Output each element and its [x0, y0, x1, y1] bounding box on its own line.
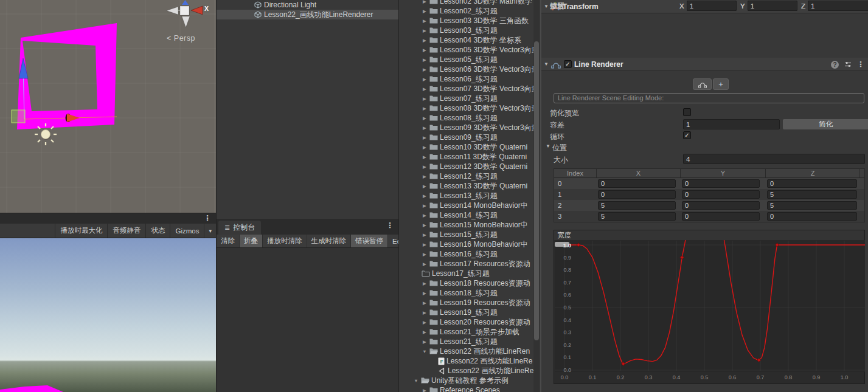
project-tree-item[interactable]: ▶ Lesson20 Resources资源动: [399, 317, 536, 327]
expand-arrow-icon[interactable]: ▶: [422, 135, 428, 140]
hierarchy-item[interactable]: Directional Light: [217, 0, 398, 10]
collapse-arrow-icon[interactable]: ▼: [413, 378, 419, 383]
project-tree-item[interactable]: ▶ Lesson07 3D数学 Vector3向量: [399, 84, 536, 94]
project-tree-item[interactable]: ▶ Lesson16 MonoBehavior中: [399, 239, 536, 249]
expand-arrow-icon[interactable]: ▶: [422, 67, 428, 72]
position-row[interactable]: 0: [554, 178, 864, 189]
project-tree-item[interactable]: ▶ Lesson12_练习题: [399, 171, 536, 181]
edit-points-button[interactable]: [693, 78, 712, 90]
project-tree-item[interactable]: ▶ Reference Scenes: [399, 385, 536, 392]
project-tree-item[interactable]: ▶ Lesson13_练习题: [399, 191, 536, 201]
project-scrollbar[interactable]: [533, 0, 540, 392]
project-tree-item[interactable]: ▶ Lesson14_练习题: [399, 210, 536, 220]
maximize-on-play-button[interactable]: 播放时最大化: [55, 224, 107, 238]
position-row[interactable]: 3: [554, 211, 864, 222]
stats-button[interactable]: 状态: [145, 224, 170, 238]
project-tree-item[interactable]: ▶ Lesson08 3D数学 Vector3向量: [399, 103, 536, 113]
console-toolbar-button[interactable]: 生成时清除: [307, 235, 352, 247]
project-tree-item[interactable]: Lesson17_练习题: [399, 269, 536, 278]
hierarchy-item[interactable]: Lesson22_画线功能LineRenderer: [217, 10, 398, 19]
expand-arrow-icon[interactable]: ▶: [422, 57, 428, 63]
project-tree-item[interactable]: ▶ Lesson14 MonoBehavior中: [399, 201, 536, 210]
position-z-input[interactable]: [767, 190, 857, 199]
vector-z-input[interactable]: [808, 1, 868, 11]
project-tree-item[interactable]: ▶ Lesson15_练习题: [399, 230, 536, 239]
expand-arrow-icon[interactable]: ▶: [422, 213, 428, 218]
foldout-arrow-icon[interactable]: ▼: [543, 143, 553, 149]
width-curve-widget[interactable]: 宽度 1.00.90.80.70.60.50.40.30.20.10.0 0.0…: [554, 230, 865, 384]
expand-arrow-icon[interactable]: ▶: [422, 0, 428, 4]
gizmos-button[interactable]: Gizmos: [170, 224, 204, 238]
expand-arrow-icon[interactable]: ▶: [422, 291, 428, 296]
position-x-input[interactable]: [598, 190, 676, 199]
project-tree-item[interactable]: ▶ Lesson03 3D数学 三角函数: [399, 16, 536, 26]
expand-arrow-icon[interactable]: ▶: [422, 174, 428, 179]
project-tree-item[interactable]: ▶ Lesson21_练习题: [399, 337, 536, 346]
position-y-input[interactable]: [682, 201, 760, 210]
position-row[interactable]: 2: [554, 200, 864, 211]
tolerance-input[interactable]: [683, 119, 780, 129]
expand-arrow-icon[interactable]: ▶: [422, 281, 428, 286]
project-tree-item[interactable]: ▶ Lesson19_练习题: [399, 308, 536, 317]
project-tree-item[interactable]: ▶ Lesson09_练习题: [399, 132, 536, 142]
project-tree-item[interactable]: Lesson22 画线功能LineRe: [399, 366, 536, 376]
project-tree-item[interactable]: ▶ Lesson19 Resources资源动: [399, 298, 536, 308]
loop-checkbox[interactable]: ✓: [683, 131, 691, 139]
expand-arrow-icon[interactable]: ▶: [422, 38, 428, 43]
project-tree-item[interactable]: ▶ Lesson05 3D数学 Vector3向量: [399, 45, 536, 55]
expand-arrow-icon[interactable]: ▶: [422, 106, 428, 111]
console-toolbar-button[interactable]: 错误暂停: [351, 235, 388, 247]
expand-arrow-icon[interactable]: ▶: [422, 125, 428, 131]
project-scrollbar-thumb[interactable]: [534, 41, 539, 340]
project-tree-item[interactable]: ▼ Unity基础教程 参考示例: [399, 376, 536, 385]
project-tree-item[interactable]: ▶ Lesson18 Resources资源动: [399, 278, 536, 288]
position-row[interactable]: 1: [554, 189, 864, 200]
position-y-input[interactable]: [682, 179, 760, 188]
presets-icon[interactable]: [844, 61, 852, 68]
project-tree-item[interactable]: ▶ Lesson02 3D数学 Mathf数学: [399, 0, 536, 6]
position-y-input[interactable]: [682, 212, 760, 221]
expand-arrow-icon[interactable]: ▶: [422, 115, 428, 121]
console-toolbar-button[interactable]: Editor: [388, 235, 398, 247]
expand-arrow-icon[interactable]: ▶: [422, 252, 428, 257]
project-tree-item[interactable]: ▶ Lesson10 3D数学 Quaterni: [399, 142, 536, 152]
position-x-input[interactable]: [598, 179, 676, 188]
expand-arrow-icon[interactable]: ▶: [422, 193, 428, 199]
project-tree-item[interactable]: ▶ Lesson06_练习题: [399, 74, 536, 84]
move-gizmo-plane-handle[interactable]: [12, 110, 25, 123]
gizmos-dropdown-icon[interactable]: ▾: [204, 224, 216, 238]
project-tree-item[interactable]: ▶ Lesson07_练习题: [399, 94, 536, 103]
console-toolbar-button[interactable]: 折叠: [240, 235, 263, 247]
scene-view[interactable]: X < Persp: [0, 0, 216, 213]
console-toolbar-button[interactable]: 播放时清除: [263, 235, 307, 247]
expand-arrow-icon[interactable]: ▶: [422, 310, 428, 315]
expand-arrow-icon[interactable]: ▶: [422, 154, 428, 160]
mute-audio-button[interactable]: 音频静音: [107, 224, 145, 238]
expand-arrow-icon[interactable]: ▶: [422, 388, 428, 392]
vector-y-input[interactable]: [748, 1, 797, 11]
position-z-input[interactable]: [767, 212, 857, 221]
project-tree-item[interactable]: ▶ Lesson21_场景异步加载: [399, 327, 536, 337]
expand-arrow-icon[interactable]: ▶: [422, 47, 428, 53]
expand-arrow-icon[interactable]: ▶: [422, 145, 428, 150]
project-tree-item[interactable]: ▶ Lesson13 3D数学 Quaterni: [399, 181, 536, 191]
project-tree-item[interactable]: ▶ Lesson18_练习题: [399, 288, 536, 298]
project-tree-item[interactable]: ▶ Lesson03_练习题: [399, 26, 536, 35]
project-tree-item[interactable]: ▶ Lesson17 Resources资源动: [399, 259, 536, 269]
simplify-button[interactable]: 简化: [783, 119, 868, 129]
collapse-arrow-icon[interactable]: ▼: [422, 349, 428, 354]
kebab-menu-icon[interactable]: ⋮: [386, 221, 394, 230]
expand-arrow-icon[interactable]: ▶: [422, 28, 428, 33]
position-x-input[interactable]: [598, 201, 676, 210]
expand-arrow-icon[interactable]: ▶: [422, 203, 428, 208]
foldout-arrow-icon[interactable]: ▼: [541, 61, 551, 67]
expand-arrow-icon[interactable]: ▶: [422, 300, 428, 306]
project-tree-item[interactable]: ▶ Lesson12 3D数学 Quaterni: [399, 162, 536, 171]
expand-arrow-icon[interactable]: ▶: [422, 242, 428, 247]
project-tree-item[interactable]: ▶ Lesson06 3D数学 Vector3向量: [399, 64, 536, 74]
simplify-preview-checkbox[interactable]: [683, 108, 691, 116]
expand-arrow-icon[interactable]: ▶: [422, 77, 428, 82]
project-tree-item[interactable]: ▶ Lesson11 3D数学 Quaterni: [399, 152, 536, 162]
project-tree-item[interactable]: ▶ Lesson16_练习题: [399, 249, 536, 259]
add-point-button[interactable]: +: [713, 78, 729, 90]
